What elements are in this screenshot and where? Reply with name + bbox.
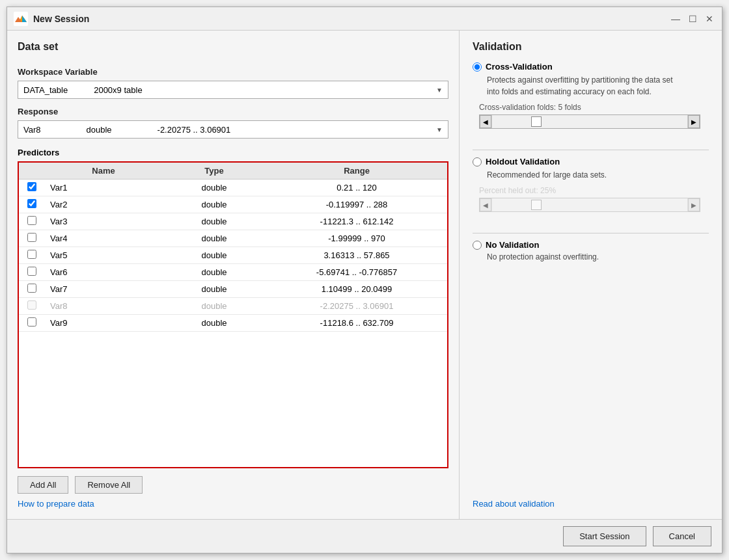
table-row: Var3double-11221.3 .. 612.142 xyxy=(19,213,447,230)
predictor-range: 3.16313 .. 57.865 xyxy=(266,247,447,264)
holdout-slider-left-arrow-icon[interactable]: ◀ xyxy=(480,198,491,211)
predictor-type: double xyxy=(162,213,266,230)
predictor-checkbox-cell xyxy=(19,213,45,230)
predictors-section: Predictors Name Type Range Var1dou xyxy=(18,148,448,468)
content-area: Data set Workspace Variable DATA_table 2… xyxy=(7,31,722,519)
holdout-slider-track[interactable]: ◀ ▶ xyxy=(479,198,700,212)
predictor-name: Var5 xyxy=(45,247,162,264)
predictors-label: Predictors xyxy=(18,148,448,157)
predictor-range: 1.10499 .. 20.0499 xyxy=(266,281,447,298)
predictor-name: Var7 xyxy=(45,281,162,298)
add-all-button[interactable]: Add All xyxy=(18,476,68,494)
predictor-checkbox[interactable] xyxy=(27,216,36,225)
table-row: Var7double1.10499 .. 20.0499 xyxy=(19,281,447,298)
predictor-checkbox[interactable] xyxy=(27,300,36,310)
no-validation-desc: No protection against overfitting. xyxy=(487,252,709,261)
predictor-checkbox-cell xyxy=(19,230,45,247)
holdout-slider-right-arrow-icon[interactable]: ▶ xyxy=(688,198,700,211)
holdout-slider-thumb[interactable] xyxy=(531,200,542,210)
separator-2 xyxy=(473,233,709,233)
buttons-row: Add All Remove All xyxy=(18,476,448,494)
response-range: -2.20275 .. 3.06901 xyxy=(158,125,231,135)
workspace-dropdown[interactable]: DATA_table 2000x9 table ▼ xyxy=(18,81,448,99)
table-row: Var2double-0.119997 .. 288 xyxy=(19,196,447,213)
cancel-button[interactable]: Cancel xyxy=(653,526,711,546)
cross-validation-desc: Protects against overfitting by partitio… xyxy=(487,74,709,98)
predictor-checkbox[interactable] xyxy=(27,267,36,276)
holdout-radio[interactable] xyxy=(473,157,482,167)
response-type: double xyxy=(87,125,112,135)
predictor-type: double xyxy=(162,247,266,264)
predictor-name: Var2 xyxy=(45,196,162,213)
no-validation-radio-row: No Validation xyxy=(473,240,709,250)
holdout-validation-option: Holdout Validation Recommended for large… xyxy=(473,157,709,222)
start-session-button[interactable]: Start Session xyxy=(563,526,646,546)
predictor-checkbox-cell xyxy=(19,315,45,332)
predictor-name: Var4 xyxy=(45,230,162,247)
predictor-checkbox[interactable] xyxy=(27,317,36,327)
holdout-radio-row: Holdout Validation xyxy=(473,157,709,167)
cross-validation-label: Cross-Validation xyxy=(486,62,553,72)
minimize-button[interactable]: — xyxy=(670,13,681,25)
matlab-logo-icon xyxy=(14,12,28,26)
window-title: New Session xyxy=(33,14,89,24)
predictor-checkbox-cell xyxy=(19,196,45,213)
response-dropdown-arrow-icon: ▼ xyxy=(436,126,443,133)
cv-slider-track[interactable]: ◀ ▶ xyxy=(479,114,700,129)
main-window: New Session — ☐ ✕ Data set Workspace Var… xyxy=(7,7,722,553)
predictor-checkbox-cell xyxy=(19,281,45,298)
how-to-prepare-link[interactable]: How to prepare data xyxy=(18,499,448,509)
predictors-table-wrapper: Name Type Range Var1double0.21 .. 120Var… xyxy=(18,161,448,468)
table-row: Var4double-1.99999 .. 970 xyxy=(19,230,447,247)
remove-all-button[interactable]: Remove All xyxy=(75,476,143,494)
bottom-right: Start Session Cancel xyxy=(563,526,711,546)
cross-validation-radio-row: Cross-Validation xyxy=(473,62,709,72)
predictor-checkbox[interactable] xyxy=(27,182,36,191)
cv-slider-right-arrow-icon[interactable]: ▶ xyxy=(688,115,700,128)
holdout-slider-inner[interactable] xyxy=(491,198,688,211)
no-validation-radio[interactable] xyxy=(473,241,482,250)
predictor-type: double xyxy=(162,298,266,315)
predictor-checkbox[interactable] xyxy=(27,250,36,259)
cv-slider-left-arrow-icon[interactable]: ◀ xyxy=(480,115,491,128)
read-about-validation-link[interactable]: Read about validation xyxy=(473,499,709,509)
col-header-type: Type xyxy=(162,163,266,180)
predictor-type: double xyxy=(162,196,266,213)
close-button[interactable]: ✕ xyxy=(704,13,715,25)
predictor-name: Var6 xyxy=(45,264,162,281)
predictor-checkbox-cell xyxy=(19,298,45,315)
col-header-range: Range xyxy=(266,163,447,180)
cv-slider-thumb[interactable] xyxy=(531,116,542,127)
predictor-range: -0.119997 .. 288 xyxy=(266,196,447,213)
predictor-range: -2.20275 .. 3.06901 xyxy=(266,298,447,315)
holdout-desc: Recommended for large data sets. xyxy=(487,169,709,181)
table-row: Var5double3.16313 .. 57.865 xyxy=(19,247,447,264)
no-validation-option: No Validation No protection against over… xyxy=(473,240,709,261)
bottom-bar: Start Session Cancel xyxy=(7,519,722,553)
workspace-dropdown-content: DATA_table 2000x9 table xyxy=(23,85,143,95)
cross-validation-radio[interactable] xyxy=(473,62,482,72)
predictor-checkbox[interactable] xyxy=(27,284,36,293)
response-name: Var8 xyxy=(23,125,41,135)
predictor-checkbox[interactable] xyxy=(27,233,36,242)
right-panel: Validation Cross-Validation Protects aga… xyxy=(460,31,722,519)
table-row: Var8double-2.20275 .. 3.06901 xyxy=(19,298,447,315)
predictor-type: double xyxy=(162,230,266,247)
predictor-type: double xyxy=(162,180,266,196)
predictor-range: -11221.3 .. 612.142 xyxy=(266,213,447,230)
predictors-table: Name Type Range Var1double0.21 .. 120Var… xyxy=(19,163,447,332)
predictor-checkbox-cell xyxy=(19,247,45,264)
left-panel: Data set Workspace Variable DATA_table 2… xyxy=(7,31,460,519)
response-dropdown[interactable]: Var8 double -2.20275 .. 3.06901 ▼ xyxy=(18,120,448,139)
table-row: Var1double0.21 .. 120 xyxy=(19,180,447,196)
predictor-checkbox-cell xyxy=(19,180,45,196)
separator-1 xyxy=(473,150,709,150)
cv-slider-inner[interactable] xyxy=(491,115,688,128)
response-dropdown-content: Var8 double -2.20275 .. 3.06901 xyxy=(23,125,230,135)
validation-title: Validation xyxy=(473,41,709,53)
table-row: Var9double-11218.6 .. 632.709 xyxy=(19,315,447,332)
maximize-button[interactable]: ☐ xyxy=(687,13,698,25)
predictor-name: Var3 xyxy=(45,213,162,230)
titlebar-left: New Session xyxy=(14,12,89,26)
predictor-checkbox[interactable] xyxy=(27,199,36,208)
